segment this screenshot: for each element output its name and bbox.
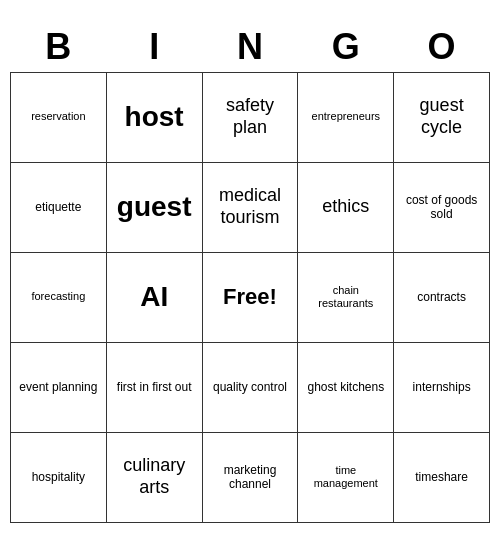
cell-4-0: hospitality — [11, 432, 107, 522]
bingo-row-2: forecasting AI Free! chain restaurants c… — [11, 252, 490, 342]
header-g: G — [298, 22, 394, 73]
bingo-body: reservation host safety plan entrepreneu… — [11, 72, 490, 522]
cell-1-2: medical tourism — [202, 162, 298, 252]
cell-2-0: forecasting — [11, 252, 107, 342]
header-b: B — [11, 22, 107, 73]
header-n: N — [202, 22, 298, 73]
cell-0-2: safety plan — [202, 72, 298, 162]
cell-2-3: chain restaurants — [298, 252, 394, 342]
cell-4-1: culinary arts — [106, 432, 202, 522]
cell-4-3: time management — [298, 432, 394, 522]
bingo-header: B I N G O — [11, 22, 490, 73]
cell-3-3: ghost kitchens — [298, 342, 394, 432]
bingo-row-1: etiquette guest medical tourism ethics c… — [11, 162, 490, 252]
cell-1-4: cost of goods sold — [394, 162, 490, 252]
cell-4-2: marketing channel — [202, 432, 298, 522]
header-o: O — [394, 22, 490, 73]
cell-0-4: guest cycle — [394, 72, 490, 162]
cell-0-0: reservation — [11, 72, 107, 162]
cell-3-2: quality control — [202, 342, 298, 432]
cell-1-1: guest — [106, 162, 202, 252]
cell-4-4: timeshare — [394, 432, 490, 522]
header-i: I — [106, 22, 202, 73]
cell-0-3: entrepreneurs — [298, 72, 394, 162]
cell-0-1: host — [106, 72, 202, 162]
bingo-row-3: event planning first in first out qualit… — [11, 342, 490, 432]
cell-2-4: contracts — [394, 252, 490, 342]
cell-2-2: Free! — [202, 252, 298, 342]
bingo-row-4: hospitality culinary arts marketing chan… — [11, 432, 490, 522]
cell-3-0: event planning — [11, 342, 107, 432]
bingo-row-0: reservation host safety plan entrepreneu… — [11, 72, 490, 162]
cell-3-4: internships — [394, 342, 490, 432]
cell-1-0: etiquette — [11, 162, 107, 252]
cell-2-1: AI — [106, 252, 202, 342]
cell-1-3: ethics — [298, 162, 394, 252]
cell-3-1: first in first out — [106, 342, 202, 432]
